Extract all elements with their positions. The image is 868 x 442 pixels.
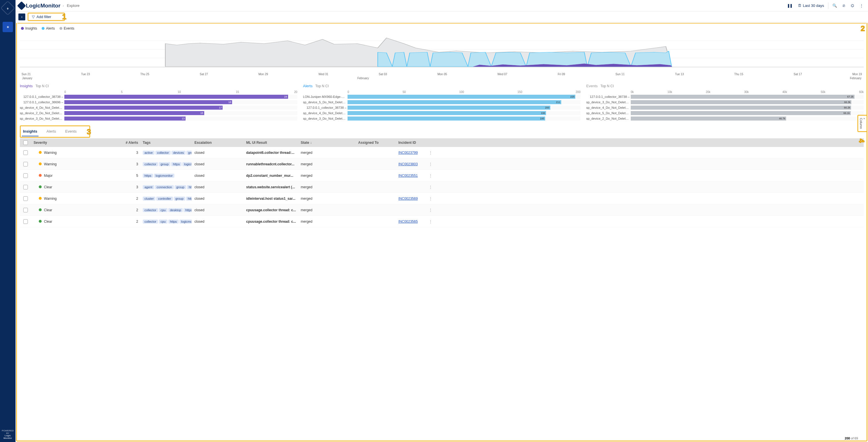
col-alerts[interactable]: # Alerts	[118, 141, 141, 145]
bar-row[interactable]: sp_device_4_Do_Not_Delete –196	[303, 110, 581, 116]
tag-chip[interactable]: https	[143, 174, 153, 178]
tag-chip[interactable]: https	[184, 208, 192, 212]
tag-chip[interactable]: collector	[143, 162, 158, 166]
row-menu-icon[interactable]: ⋮	[425, 185, 436, 189]
bar-row[interactable]: 127.0.0.1_collector_38738 –67.2k	[586, 94, 864, 99]
legend-events[interactable]: Events	[59, 26, 74, 30]
tag-chip[interactable]: controller	[156, 197, 173, 201]
add-filter-button[interactable]: ▽ Add filter 1	[28, 13, 65, 21]
nav-explore-icon[interactable]: ✶	[3, 22, 13, 32]
bar-row[interactable]: sp_device_3_Do_Not_Delete –66.3k	[586, 100, 864, 105]
col-severity[interactable]: Severity	[31, 141, 118, 145]
col-ml[interactable]: ML UI Result	[244, 141, 299, 145]
row-checkbox[interactable]	[23, 196, 28, 201]
pause-icon[interactable]: ❚❚	[785, 2, 794, 9]
row-menu-icon[interactable]: ⋮	[425, 219, 436, 224]
tag-chip[interactable]: logicmon	[180, 219, 192, 224]
tag-chip[interactable]: active	[143, 151, 155, 155]
severity-dot	[39, 174, 42, 177]
tag-chip[interactable]: https	[171, 162, 182, 166]
tab-alerts[interactable]: Alerts	[45, 127, 57, 136]
legend-insights[interactable]: Insights	[21, 26, 37, 30]
table-row: Warning 2 clustercontrollergrouphttp clo…	[20, 193, 864, 204]
columns-drawer-handle[interactable]: ≡ Column 4	[857, 115, 867, 132]
legend-alerts[interactable]: Alerts	[42, 26, 55, 30]
row-menu-icon[interactable]: ⋮	[425, 162, 436, 166]
alerts-panel: Alerts Top N CI 050100150200 LON-Juniper…	[303, 84, 581, 122]
tag-chip[interactable]: cpu	[159, 219, 167, 224]
row-menu-icon[interactable]: ⋮	[425, 151, 436, 155]
timeline-chart[interactable]: Sun 21Tue 23Thu 25Sat 27Mon 29Wed 31Sat …	[20, 32, 864, 81]
tag-chip[interactable]: cpu	[159, 208, 167, 212]
tag-chip[interactable]: devices	[172, 151, 186, 155]
collapse-sidebar-button[interactable]: ›	[19, 13, 25, 21]
more-icon[interactable]: ⋮	[858, 2, 865, 9]
tag-chip[interactable]: htt	[187, 185, 192, 189]
brand-logo[interactable]: LogicMonitor	[19, 3, 60, 9]
tag-chip[interactable]: desktop	[168, 208, 183, 212]
bar-row[interactable]: sp_device_5_Do_Not_Delete –211	[303, 100, 581, 105]
bar-row[interactable]: 127.0.0.1_collector_38738 –24	[20, 94, 297, 99]
bar-row[interactable]: sp_device_3_Do_Not_Delete –195	[303, 116, 581, 121]
bar-row[interactable]: LON-Juniper-MX960-Edge-Router –225	[303, 94, 581, 99]
tag-chip[interactable]: agent	[143, 185, 154, 189]
brand-icon: ⬨	[1, 1, 15, 15]
row-checkbox[interactable]	[23, 162, 28, 167]
tag-chip[interactable]: logicm	[182, 162, 192, 166]
tag-chip[interactable]: group	[159, 162, 170, 166]
settings-icon[interactable]: ⎚	[841, 2, 847, 9]
tag-chip[interactable]: collector	[143, 219, 158, 224]
col-escalation[interactable]: Escalation	[192, 141, 244, 145]
severity-dot	[39, 197, 42, 200]
bar-row[interactable]: sp_device_4_Do_Not_Delete –66.2k	[586, 105, 864, 110]
breadcrumb[interactable]: Explore	[67, 3, 80, 8]
tab-events[interactable]: Events	[64, 127, 78, 136]
timerange-picker[interactable]: 🗓 Last 30 days	[796, 2, 826, 9]
incident-link[interactable]: INC0023803	[398, 162, 417, 166]
row-checkbox[interactable]	[23, 173, 28, 178]
topbar: LogicMonitor › Explore ❚❚ 🗓 Last 30 days…	[16, 0, 868, 11]
incident-link[interactable]: INC0023569	[398, 197, 417, 201]
bar-row[interactable]: sp_device_2_Do_Not_Delete –46.7k	[586, 116, 864, 121]
tag-chip[interactable]: group	[175, 185, 186, 189]
row-checkbox[interactable]	[23, 185, 28, 190]
row-menu-icon[interactable]: ⋮	[425, 174, 436, 178]
tag-chip[interactable]: cluster	[143, 197, 155, 201]
col-tags[interactable]: Tags	[141, 141, 192, 145]
tag-chip[interactable]: connection	[155, 185, 174, 189]
row-checkbox[interactable]	[23, 219, 28, 224]
bar-row[interactable]: sp_device_4_Do_Not_Delete –17	[20, 105, 297, 110]
bar-row[interactable]: sp_device_5_Do_Not_Delete –66.1k	[586, 110, 864, 116]
select-all-checkbox[interactable]	[23, 140, 28, 145]
row-checkbox[interactable]	[23, 150, 28, 155]
tag-chip[interactable]: collector	[155, 151, 170, 155]
chart-legend: Insights Alerts Events	[20, 25, 864, 32]
incident-link[interactable]: INC0023551	[398, 174, 417, 178]
topology-icon[interactable]: ⌬	[849, 2, 856, 9]
tag-chip[interactable]: https	[168, 219, 179, 224]
filter-icon: ▽	[32, 14, 35, 19]
search-icon[interactable]: 🔍	[831, 2, 839, 9]
bar-row[interactable]: 127.0.0.1_collector_38738 –200	[303, 105, 581, 110]
row-menu-icon[interactable]: ⋮	[425, 208, 436, 212]
tag-chip[interactable]: gro	[186, 151, 192, 155]
row-menu-icon[interactable]: ⋮	[425, 197, 436, 201]
tag-chip[interactable]: collector	[143, 208, 158, 212]
bar-row[interactable]: 127.0.0.1_collector_38696 –18	[20, 100, 297, 105]
incident-link[interactable]: INC0023565	[398, 219, 417, 224]
row-checkbox[interactable]	[23, 208, 28, 212]
callout-1: 1	[62, 12, 66, 21]
severity-dot	[39, 208, 42, 211]
callout-2: 2	[861, 24, 865, 33]
bar-row[interactable]: sp_device_3_Do_Not_Delete –13	[20, 116, 297, 121]
incident-link[interactable]: INC0023799	[398, 151, 417, 155]
tag-chip[interactable]: group	[174, 197, 185, 201]
tab-insights[interactable]: Insights	[22, 127, 38, 136]
bar-row[interactable]: sp_device_2_Do_Not_Delete –15	[20, 110, 297, 116]
col-incident[interactable]: Incident ID	[396, 141, 425, 145]
col-assigned[interactable]: Assigned To	[356, 141, 396, 145]
callout-3: 3	[87, 128, 91, 136]
tag-chip[interactable]: http	[186, 197, 192, 201]
tag-chip[interactable]: logicmonitor	[154, 174, 174, 178]
col-state[interactable]: State ↓	[299, 141, 356, 145]
